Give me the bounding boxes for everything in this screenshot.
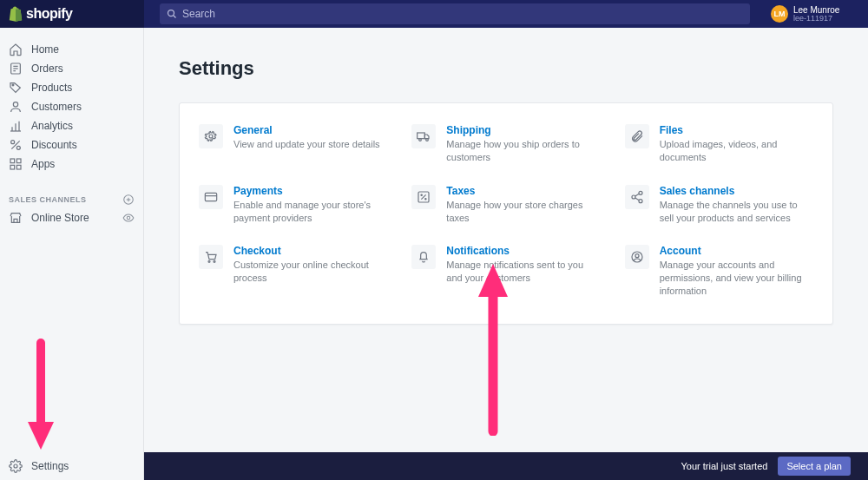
nav-label: Online Store — [31, 212, 89, 224]
search-icon — [167, 9, 177, 19]
trial-bar: Your trial just started Select a plan — [144, 452, 868, 480]
svg-point-6 — [12, 84, 14, 86]
svg-point-7 — [13, 102, 17, 107]
svg-point-32 — [421, 194, 422, 195]
tile-taxes[interactable]: Taxes Manage how your store charges taxe… — [411, 185, 600, 225]
search-input[interactable]: Search — [160, 3, 750, 24]
tile-desc: Enable and manage your store's payment p… — [233, 199, 387, 225]
section-label: SALES CHANNELS — [9, 195, 87, 204]
tile-title: Sales channels — [660, 185, 813, 198]
svg-line-1 — [174, 16, 176, 18]
tile-checkout[interactable]: Checkout Customize your online checkout … — [199, 245, 387, 298]
svg-point-35 — [632, 195, 635, 199]
user-circle-icon — [625, 245, 649, 269]
settings-card: General View and update your store detai… — [179, 102, 833, 325]
nav-label: Products — [31, 82, 72, 94]
nav-label: Apps — [31, 158, 55, 170]
card-icon — [199, 185, 223, 209]
truck-icon — [411, 124, 436, 148]
svg-rect-15 — [10, 159, 15, 163]
tile-general[interactable]: General View and update your store detai… — [199, 124, 387, 164]
svg-point-12 — [11, 141, 15, 144]
svg-point-24 — [209, 135, 213, 138]
sidebar-item-home[interactable]: Home — [0, 40, 143, 59]
svg-rect-18 — [16, 165, 21, 169]
nav-label: Analytics — [31, 120, 73, 132]
grid-icon — [9, 157, 23, 171]
sales-channels-header: SALES CHANNELS — [0, 191, 143, 208]
svg-rect-25 — [418, 133, 425, 139]
bell-icon — [411, 245, 436, 269]
tile-payments[interactable]: Payments Enable and manage your store's … — [199, 185, 387, 225]
store-icon — [9, 211, 23, 225]
svg-point-42 — [635, 254, 639, 258]
nav-label: Orders — [31, 62, 63, 75]
svg-point-22 — [127, 216, 130, 220]
tile-notifications[interactable]: Notifications Manage notifications sent … — [411, 245, 600, 298]
page-title: Settings — [179, 57, 833, 80]
tile-desc: Manage the channels you use to sell your… — [660, 199, 813, 225]
topbar: shopify Search LM Lee Munroe lee-111917 — [0, 0, 868, 28]
brand-name: shopify — [26, 6, 72, 22]
svg-point-23 — [14, 464, 17, 468]
person-icon — [9, 100, 23, 114]
chart-icon — [9, 119, 23, 133]
sidebar-item-customers[interactable]: Customers — [0, 97, 143, 116]
svg-point-0 — [168, 10, 174, 16]
svg-line-37 — [635, 194, 639, 196]
sidebar-item-analytics[interactable]: Analytics — [0, 116, 143, 135]
tile-title: General — [233, 124, 387, 137]
nav-label: Customers — [31, 101, 82, 113]
svg-line-14 — [11, 141, 19, 148]
sidebar-item-orders[interactable]: Orders — [0, 59, 143, 78]
svg-point-33 — [425, 198, 426, 199]
tile-files[interactable]: Files Upload images, videos, and documen… — [625, 124, 813, 164]
user-menu[interactable]: LM Lee Munroe lee-111917 — [771, 0, 868, 28]
gear-icon — [9, 459, 23, 473]
tile-desc: View and update your store details — [233, 138, 387, 151]
svg-rect-17 — [10, 165, 15, 169]
nav-label: Discounts — [31, 139, 77, 151]
tile-desc: Manage how your store charges taxes — [446, 199, 600, 225]
svg-point-40 — [214, 261, 215, 263]
svg-point-26 — [419, 139, 422, 141]
sidebar-item-online-store[interactable]: Online Store — [0, 208, 143, 227]
svg-rect-28 — [205, 193, 216, 201]
tile-account[interactable]: Account Manage your accounts and permiss… — [625, 245, 813, 298]
avatar: LM — [771, 5, 788, 23]
user-sub: lee-111917 — [793, 15, 839, 23]
gear-icon — [199, 124, 223, 148]
search-placeholder: Search — [182, 8, 215, 20]
add-channel-icon[interactable] — [122, 194, 135, 206]
sidebar: Home Orders Products Customers Analytics… — [0, 28, 144, 452]
orders-icon — [9, 62, 23, 76]
tile-title: Payments — [233, 185, 387, 198]
percent-box-icon — [411, 185, 436, 209]
tile-title: Checkout — [233, 245, 387, 258]
svg-point-36 — [639, 199, 642, 202]
shopify-bag-icon — [9, 6, 23, 22]
sidebar-item-products[interactable]: Products — [0, 78, 143, 97]
sidebar-item-settings[interactable]: Settings — [0, 452, 144, 480]
home-icon — [9, 43, 23, 56]
nav-label: Home — [31, 43, 59, 56]
tile-desc: Customize your online checkout process — [233, 259, 387, 285]
trial-text: Your trial just started — [681, 461, 768, 471]
main: Settings General View and update your st… — [144, 28, 868, 452]
svg-line-38 — [635, 198, 639, 201]
sidebar-item-discounts[interactable]: Discounts — [0, 135, 143, 155]
tag-icon — [9, 81, 23, 95]
tile-title: Taxes — [446, 185, 600, 198]
tile-sales-channels[interactable]: Sales channels Manage the channels you u… — [625, 185, 813, 225]
nav-label: Settings — [31, 460, 69, 472]
tile-shipping[interactable]: Shipping Manage how you ship orders to c… — [411, 124, 600, 164]
percent-icon — [9, 138, 23, 152]
eye-icon[interactable] — [122, 212, 135, 224]
sidebar-item-apps[interactable]: Apps — [0, 155, 143, 174]
paperclip-icon — [625, 124, 649, 148]
select-plan-button[interactable]: Select a plan — [778, 457, 851, 476]
logo[interactable]: shopify — [0, 0, 144, 28]
cart-icon — [199, 245, 223, 269]
tile-desc: Manage how you ship orders to customers — [446, 138, 600, 164]
tile-desc: Upload images, videos, and documents — [660, 138, 813, 164]
